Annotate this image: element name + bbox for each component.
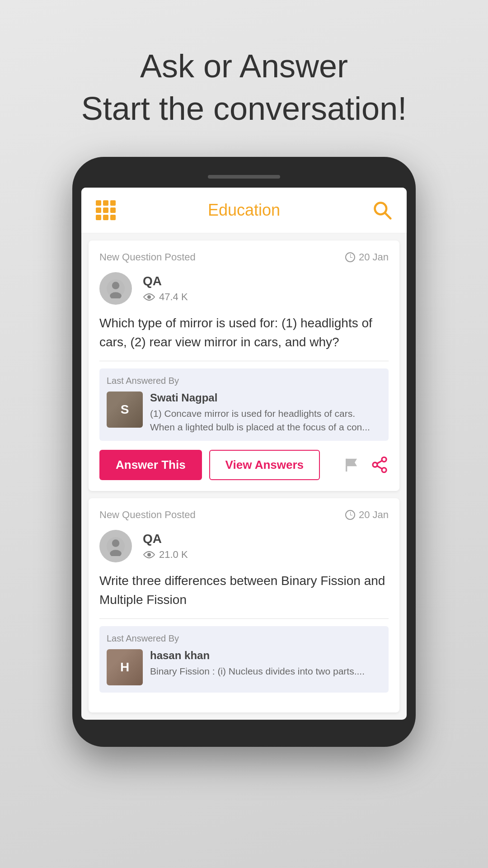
card-2-qa-info: QA 21.0 K [143,532,188,561]
card-1-header: New Question Posted 20 Jan [99,251,389,263]
question-card-2: New Question Posted 20 Jan QA [89,498,399,712]
card-1-actions: Answer This View Answers [99,450,389,480]
clock-icon-1 [345,252,355,262]
app-title: Education [208,201,280,220]
card-2-qa-meta: QA 21.0 K [99,530,389,562]
answerer-row-1: S Swati Nagpal (1) Concave mirror is use… [107,392,381,434]
answerer-row-2: H hasan khan Binary Fission : (i) Nucleu… [107,649,381,685]
svg-point-15 [147,553,151,557]
phone-screen: Education New Question Posted 20 Jan [81,188,407,720]
svg-line-11 [377,461,382,464]
answerer-preview-1: (1) Concave mirror is used for headlight… [150,407,381,434]
card-2-question: Write three differences between Binary F… [99,571,389,609]
share-icon-1[interactable] [371,456,389,474]
last-answered-label-1: Last Answered By [107,376,381,386]
card-2-label: New Question Posted [99,509,196,521]
card-1-qa-name: QA [143,274,188,288]
answerer-content-2: hasan khan Binary Fission : (i) Nucleus … [150,649,381,678]
card-1-date: 20 Jan [345,251,389,263]
divider-2 [99,618,389,619]
answerer-preview-2: Binary Fission : (i) Nucleus divides int… [150,665,381,678]
svg-line-1 [385,213,390,219]
card-1-qa-meta: QA 47.4 K [99,272,389,305]
swati-avatar: S [107,392,143,428]
phone-frame: Education New Question Posted 20 Jan [72,157,416,747]
card-2-date: 20 Jan [345,509,389,521]
answerer-name-2: hasan khan [150,649,381,662]
qa-avatar-2 [99,530,132,562]
promo-header: Ask or Answer Start the conversation! [81,45,407,130]
flag-icon-1[interactable] [343,456,361,474]
app-bar: Education [81,188,407,233]
answerer-content-1: Swati Nagpal (1) Concave mirror is used … [150,392,381,434]
card-1-qa-info: QA 47.4 K [143,274,188,303]
qa-avatar-1 [99,272,132,305]
search-icon[interactable] [372,200,392,220]
card-2-qa-name: QA [143,532,188,546]
action-icons-1 [343,456,389,474]
answer-button-1[interactable]: Answer This [99,450,202,480]
svg-point-5 [147,295,151,299]
card-1-views: 47.4 K [143,291,188,303]
menu-icon[interactable] [96,200,116,220]
last-answered-label-2: Last Answered By [107,633,381,644]
svg-point-3 [112,282,120,290]
eye-icon-1 [143,293,155,301]
divider-1 [99,361,389,361]
eye-icon-2 [143,551,155,559]
hasan-avatar: H [107,649,143,685]
view-answers-button-1[interactable]: View Answers [209,450,320,480]
card-2-header: New Question Posted 20 Jan [99,509,389,521]
svg-point-13 [112,539,120,547]
last-answered-1: Last Answered By S Swati Nagpal (1) Conc… [99,368,389,441]
card-1-label: New Question Posted [99,251,196,263]
last-answered-2: Last Answered By H hasan khan Binary Fis… [99,626,389,693]
question-card-1: New Question Posted 20 Jan QA [89,241,399,491]
card-1-question: Which type of mirror is used for: (1) he… [99,314,389,352]
header-line1: Ask or Answer [140,48,348,84]
card-2-views: 21.0 K [143,549,188,561]
answerer-name-1: Swati Nagpal [150,392,381,404]
phone-notch [208,175,280,179]
header-line2: Start the conversation! [81,90,407,127]
svg-line-10 [377,466,382,469]
clock-icon-2 [345,510,355,520]
